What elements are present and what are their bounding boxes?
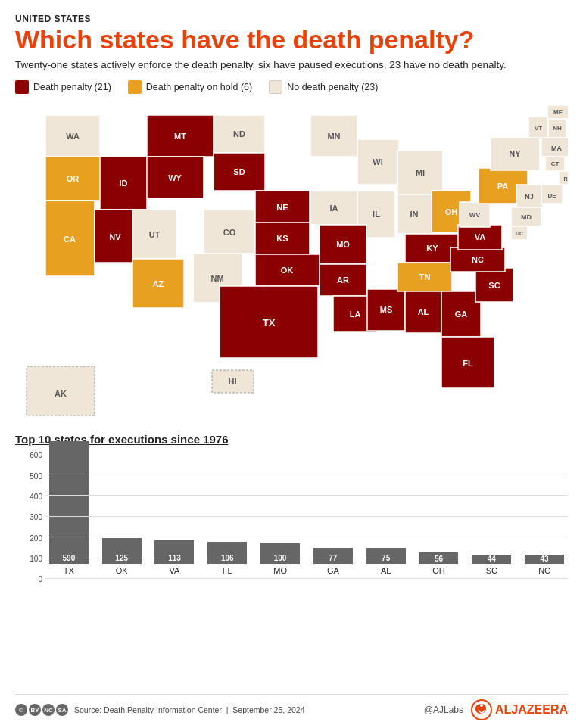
footer-source-text: Source: Death Penalty Information Center…	[74, 705, 305, 714]
svg-text:AL: AL	[418, 307, 429, 316]
grid-line-300	[45, 516, 568, 517]
svg-text:PA: PA	[497, 182, 509, 191]
bar-tx-rect: 590	[49, 441, 89, 564]
legend-death-penalty: Death penalty (21)	[15, 80, 111, 94]
bar-va-rect: 113	[154, 540, 194, 564]
bar-al-rect: 75	[366, 548, 406, 564]
bar-al: 75 AL	[363, 548, 410, 575]
bar-oh: 56 OH	[416, 552, 463, 575]
bars-wrapper: 590 TX 125 OK	[45, 450, 568, 575]
cc-icon-1: ©	[15, 704, 27, 716]
bar-fl-rect: 106	[207, 542, 247, 564]
grid-line-200	[45, 537, 568, 537]
svg-text:VA: VA	[475, 232, 486, 241]
grid-line-500	[45, 474, 568, 474]
svg-text:MA: MA	[551, 145, 562, 152]
on-hold-swatch	[128, 80, 142, 94]
chart-title: Top 10 states for executions since 1976	[15, 433, 568, 446]
y-label-500: 500	[15, 472, 42, 481]
bar-tx-label: TX	[64, 566, 74, 575]
y-label-100: 100	[15, 555, 42, 563]
bar-ok: 125 OK	[98, 538, 145, 575]
aj-handle: @AJLabs	[424, 705, 463, 715]
no-penalty-label: No death penalty (23)	[287, 82, 378, 92]
svg-text:MT: MT	[174, 132, 186, 141]
svg-text:WA: WA	[66, 132, 80, 141]
aljazeera-text: ALJAZEERA	[495, 703, 568, 717]
svg-text:DC: DC	[516, 231, 523, 236]
svg-text:NC: NC	[472, 255, 484, 264]
bar-tx: 590 TX	[45, 441, 92, 575]
svg-text:CO: CO	[223, 228, 236, 237]
bar-sc-rect: 44	[472, 555, 511, 564]
bar-oh-label: OH	[432, 566, 445, 575]
svg-text:AK: AK	[55, 389, 67, 398]
region-label: UNITED STATES	[15, 14, 568, 24]
svg-text:UT: UT	[149, 230, 161, 239]
y-label-600: 600	[15, 451, 42, 459]
death-penalty-label: Death penalty (21)	[33, 82, 111, 92]
svg-text:IA: IA	[330, 204, 338, 213]
svg-text:WI: WI	[373, 157, 382, 166]
svg-text:MI: MI	[416, 168, 425, 177]
bar-nc-label: NC	[538, 566, 550, 575]
svg-text:ND: ND	[233, 129, 245, 138]
subtitle: Twenty-one states actively enforce the d…	[15, 58, 568, 73]
us-map: WA OR CA ID NV MT WY	[15, 101, 568, 427]
bar-nc-rect: 43	[525, 555, 564, 564]
svg-text:WY: WY	[168, 173, 182, 182]
svg-text:AZ: AZ	[153, 279, 164, 288]
svg-text:OH: OH	[445, 207, 458, 216]
svg-text:HI: HI	[229, 377, 237, 386]
svg-text:DE: DE	[547, 192, 556, 199]
chart-area: 600 500 400 300 200 100 0 590 TX	[15, 450, 568, 689]
bar-ok-rect: 125	[102, 538, 142, 564]
bar-mo-rect: 100	[260, 543, 300, 564]
legend: Death penalty (21) Death penalty on hold…	[15, 80, 568, 94]
grid-line-100	[45, 558, 568, 558]
map-area: WA OR CA ID NV MT WY	[15, 101, 568, 427]
no-penalty-swatch	[269, 80, 282, 94]
on-hold-label: Death penalty on hold (6)	[146, 82, 252, 92]
main-title: Which states have the death penalty?	[15, 26, 568, 54]
cc-icons: © BY NC SA	[15, 704, 68, 716]
svg-text:GA: GA	[455, 310, 468, 319]
bar-ok-label: OK	[116, 566, 128, 575]
bar-sc-value: 44	[487, 554, 497, 564]
bar-sc-label: SC	[486, 566, 497, 575]
bar-va-label: VA	[170, 566, 180, 575]
svg-text:CT: CT	[551, 160, 560, 167]
grid-line-400	[45, 495, 568, 496]
footer-left: © BY NC SA Source: Death Penalty Informa…	[15, 704, 305, 716]
bar-oh-value: 56	[434, 554, 444, 564]
cc-icon-3: NC	[42, 704, 55, 716]
footer-right: @AJLabs ALJAZEERA	[424, 699, 568, 720]
svg-text:MS: MS	[380, 305, 393, 314]
y-label-200: 200	[15, 534, 42, 543]
bar-nc-value: 43	[540, 554, 550, 564]
svg-text:NV: NV	[109, 232, 121, 241]
svg-text:NE: NE	[276, 203, 288, 212]
svg-text:ID: ID	[120, 179, 128, 188]
bar-ga: 77 GA	[310, 548, 357, 575]
legend-no-penalty: No death penalty (23)	[269, 80, 378, 94]
svg-text:OK: OK	[281, 266, 294, 275]
cc-icon-4: SA	[56, 704, 68, 716]
svg-text:NH: NH	[553, 125, 562, 132]
bar-al-label: AL	[381, 566, 391, 575]
chart-section: Top 10 states for executions since 1976 …	[15, 433, 568, 689]
source-label: Source: Death Penalty Information Center	[74, 705, 222, 714]
svg-text:LA: LA	[350, 310, 361, 319]
svg-text:TN: TN	[419, 272, 431, 282]
svg-text:ME: ME	[553, 109, 563, 116]
svg-text:KY: KY	[426, 244, 438, 253]
y-label-300: 300	[15, 513, 42, 521]
aljazeera-logo: ALJAZEERA	[471, 699, 568, 720]
y-label-400: 400	[15, 493, 42, 501]
svg-text:NJ: NJ	[525, 193, 534, 201]
svg-text:VT: VT	[535, 125, 542, 132]
grid-line-0	[45, 578, 568, 579]
bar-mo: 100 MO	[257, 543, 304, 575]
svg-text:OR: OR	[67, 174, 80, 183]
svg-text:CA: CA	[64, 235, 76, 244]
